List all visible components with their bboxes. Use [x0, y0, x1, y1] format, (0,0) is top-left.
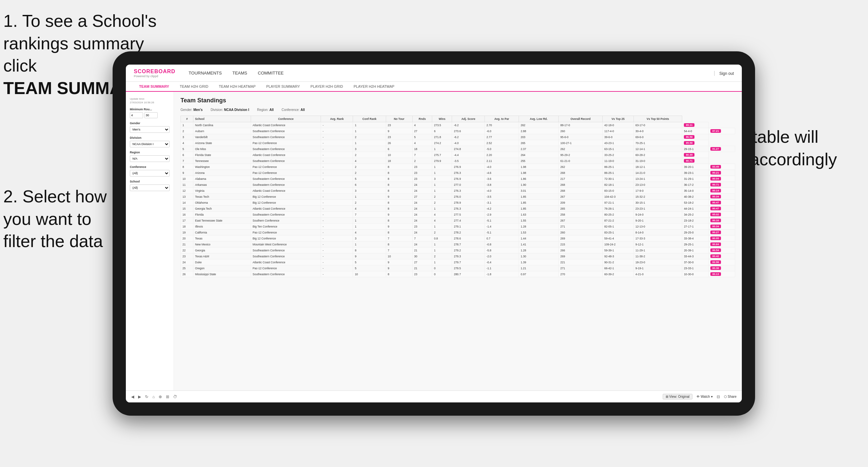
- table-row: 13Texas TechBig 12 Conference-19272276.0…: [181, 194, 735, 200]
- min-rounds-row: [130, 112, 169, 118]
- score-badge: 86.58: [684, 135, 694, 139]
- sign-out-area: | Sign out: [714, 70, 734, 76]
- col-vs-top50: Vs Top 50 Points: [633, 116, 682, 122]
- division-select[interactable]: NCAA Division I NCAA Division II NCAA Di…: [130, 141, 169, 147]
- table-row: 23Texas A&MSoutheastern Conference-91030…: [181, 253, 735, 259]
- bottom-toolbar: ◀ ▶ ↻ ⌂ ⊕ ⊞ ⏱ ⊞ View: Original 👁 Watch ▾…: [126, 391, 742, 402]
- score-badge: 85.58: [684, 141, 694, 145]
- logo-area: SCOREBOARD Powered by clippd: [134, 68, 176, 78]
- tab-team-h2h-grid[interactable]: TEAM H2H GRID: [175, 82, 214, 91]
- score-badge: 80.47: [710, 207, 721, 210]
- score-badge: 83.49: [710, 165, 721, 168]
- table-row: 8WashingtonPac-12 Conference-28231276.9-…: [181, 164, 735, 170]
- table-row: 19CaliforniaPac-12 Conference-48242278.2…: [181, 229, 735, 236]
- score-badge: 80.27: [710, 230, 721, 234]
- col-wins: Wins: [432, 116, 452, 122]
- nav-tournaments[interactable]: TOURNAMENTS: [189, 69, 222, 77]
- tablet-screen: SCOREBOARD Powered by clippd TOURNAMENTS…: [126, 65, 742, 402]
- score-badge: 87.21: [710, 129, 721, 133]
- home-icon[interactable]: ⌂: [152, 395, 155, 399]
- region-select[interactable]: N/A All: [130, 155, 169, 162]
- col-rnds: Rnds: [412, 116, 432, 122]
- app-header: SCOREBOARD Powered by clippd TOURNAMENTS…: [126, 65, 742, 82]
- tab-player-summary[interactable]: PLAYER SUMMARY: [261, 82, 305, 91]
- col-no-tour: No Tour: [386, 116, 412, 122]
- table-row: 11ArkansasSoutheastern Conference-682412…: [181, 182, 735, 188]
- nav-committee[interactable]: COMMITTEE: [258, 69, 284, 77]
- score-badge: 80.38: [710, 266, 721, 270]
- score-badge: 89.11: [684, 123, 694, 127]
- score-badge: 80.95: [710, 237, 721, 240]
- sign-out-button[interactable]: Sign out: [719, 71, 734, 76]
- score-badge: 82.98: [710, 260, 721, 264]
- table-row: 3VanderbiltSoutheastern Conference-22352…: [181, 134, 735, 140]
- col-vs-top25: Vs Top 25: [602, 116, 633, 122]
- tab-team-summary[interactable]: TEAM SUMMARY: [134, 82, 175, 92]
- main-content: Update time: 27/03/2024 16:56:26 Minimum…: [126, 92, 742, 391]
- table-row: 25OregonPac-12 Conference-59210279.5-1.1…: [181, 265, 735, 271]
- view-original-button[interactable]: ⊞ View: Original: [663, 394, 692, 399]
- col-school: School: [193, 116, 251, 122]
- table-row: 1North CarolinaAtlantic Coast Conference…: [181, 122, 735, 128]
- table-row: 16FloridaSoutheastern Conference-7924427…: [181, 212, 735, 218]
- bookmark-icon[interactable]: ⊕: [159, 395, 162, 399]
- col-conf-rank: Conf Rank: [353, 116, 386, 122]
- filter-panel: Update time: 27/03/2024 16:56:26 Minimum…: [126, 92, 174, 391]
- sub-nav: TEAM SUMMARY TEAM H2H GRID TEAM H2H HEAT…: [126, 82, 742, 92]
- table-row: 22GeorgiaSoutheastern Conference-8721127…: [181, 247, 735, 253]
- table-row: 4Arizona StatePac-12 Conference-1264274.…: [181, 140, 735, 146]
- col-avg-rank: Avg. Rank: [321, 116, 353, 122]
- table-row: 14OklahomaBig 12 Conference-28242278.9-3…: [181, 200, 735, 206]
- min-rounds-min-input[interactable]: [130, 112, 143, 118]
- tab-player-h2h-heatmap[interactable]: PLAYER H2H HEATMAP: [348, 82, 400, 91]
- score-badge: 80.04: [710, 177, 721, 181]
- update-time: Update time: 27/03/2024 16:56:26: [130, 97, 169, 104]
- score-badge: 80.84: [710, 243, 721, 246]
- school-select[interactable]: (All): [130, 185, 169, 191]
- active-filters: Gender: Men's Division: NCAA Division I …: [181, 108, 735, 112]
- table-row: 15Georgia TechAtlantic Coast Conference-…: [181, 206, 735, 212]
- reload-icon[interactable]: ↻: [145, 395, 148, 399]
- tab-player-h2h-grid[interactable]: PLAYER H2H GRID: [305, 82, 348, 91]
- watch-button[interactable]: 👁 Watch ▾: [696, 395, 713, 399]
- standings-table: # School Conference Avg. Rank Conf Rank …: [181, 116, 735, 277]
- table-row: 12VirginiaAtlantic Coast Conference-3824…: [181, 188, 735, 194]
- screenshot-icon[interactable]: ⊞: [166, 395, 169, 399]
- share-button[interactable]: ⬡ Share: [724, 395, 737, 399]
- col-adj-score: Adj. Score: [452, 116, 485, 122]
- score-badge: 80.47: [710, 201, 721, 204]
- table-row: 9ArizonaPac-12 Conference-28231276.3-4.6…: [181, 170, 735, 176]
- nav-teams[interactable]: TEAMS: [232, 69, 247, 77]
- table-title: Team Standings: [181, 97, 735, 104]
- table-row: 18IllinoisBig Ten Conference-19231279.1-…: [181, 224, 735, 229]
- school-filter-label: School: [130, 180, 169, 183]
- score-badge: 80.16: [710, 219, 721, 222]
- table-row: 24DukeAtlantic Coast Conference-59271279…: [181, 259, 735, 265]
- conference-select[interactable]: (All) ACC SEC Big 12 Pac-12 Big Ten: [130, 170, 169, 177]
- grid-icon[interactable]: ⊟: [717, 395, 720, 399]
- table-row: 26Mississippi StateSoutheastern Conferen…: [181, 271, 735, 277]
- instruction-step2: 2. Select how you want to filter the dat…: [3, 185, 106, 253]
- forward-icon[interactable]: ▶: [138, 395, 141, 399]
- score-badge: 80.34: [710, 224, 721, 228]
- table-row: 5Ole MissSoutheastern Conference-3618127…: [181, 146, 735, 152]
- tab-team-h2h-heatmap[interactable]: TEAM H2H HEATMAP: [214, 82, 261, 91]
- min-rounds-max-input[interactable]: [145, 112, 158, 118]
- score-badge: 80.42: [710, 254, 721, 258]
- conference-filter-label: Conference: [130, 165, 169, 168]
- table-row: 7TennesseeSoutheastern Conference-418227…: [181, 158, 735, 164]
- score-badge: 80.54: [710, 248, 721, 252]
- table-row: 21New MexicoMountain West Conference-182…: [181, 242, 735, 247]
- score-badge: 80.13: [710, 272, 721, 276]
- back-icon[interactable]: ◀: [131, 395, 134, 399]
- col-avg-to-par: Avg. to Par: [485, 116, 519, 122]
- score-badge: 80.39: [684, 153, 694, 157]
- gender-select[interactable]: Men's Women's: [130, 126, 169, 133]
- score-badge: 80.71: [710, 183, 721, 186]
- table-row: 10AlabamaSoutheastern Conference-5823327…: [181, 176, 735, 182]
- table-row: 17East Tennessee StateSouthern Conferenc…: [181, 218, 735, 224]
- logo-sub: Powered by clippd: [134, 74, 176, 78]
- main-nav: TOURNAMENTS TEAMS COMMITTEE: [189, 69, 714, 77]
- score-badge: 85.02: [710, 213, 721, 216]
- clock-icon[interactable]: ⏱: [173, 395, 177, 399]
